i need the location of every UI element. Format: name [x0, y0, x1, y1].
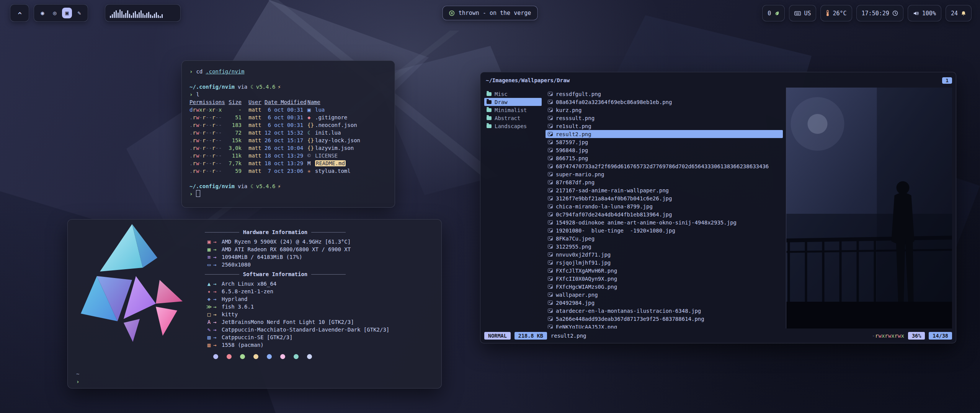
breadcrumb-path: ~/Imagenes/Wallpapers/Draw: [486, 77, 570, 83]
file-row[interactable]: 19201080-__blue-tinge__-1920×1080.jpg: [546, 226, 783, 234]
image-file-icon: [548, 244, 553, 249]
file-row[interactable]: 20492984.jpg: [546, 299, 783, 307]
software-info-row: □→kitty: [205, 311, 431, 318]
temperature-value: 26°C: [833, 10, 846, 17]
bolt-icon: ⚡: [278, 183, 281, 189]
file-size: -: [226, 106, 242, 114]
tab-badge[interactable]: 1: [942, 77, 952, 84]
file-name: ressdfgult.png: [556, 91, 601, 97]
software-icon: ✎: [205, 326, 213, 333]
file-manager-window[interactable]: ~/Imagenes/Wallpapers/Draw 1 Misc Draw M…: [480, 72, 956, 343]
media-player-module[interactable]: thrown - on the verge: [443, 6, 538, 20]
terminal-window[interactable]: ›cd.config/nvim ~/.config/nvimvia☾v5.4.6…: [181, 60, 395, 208]
sidebar-folder-item[interactable]: Draw: [484, 98, 542, 106]
file-row[interactable]: 3122955.png: [546, 242, 783, 250]
keyboard-layout-module[interactable]: US: [789, 5, 816, 21]
system-info-window[interactable]: Hardware Information ▣→AMD Ryzen 9 5900X…: [67, 219, 442, 389]
file-row[interactable]: FXfcHgcWIAMzs0G.png: [546, 283, 783, 291]
arrow-icon: →: [213, 280, 222, 288]
file-row[interactable]: 8FKa7Cu.jpeg: [546, 234, 783, 242]
sidebar-folder-item[interactable]: Abstract: [484, 114, 542, 122]
file-row[interactable]: 68747470733a2f2f696d616765732d7769786d70…: [546, 162, 783, 170]
file-row[interactable]: 596848.jpg: [546, 146, 783, 154]
nvim-icon: ☾: [250, 84, 253, 90]
volume-module[interactable]: 100%: [908, 5, 941, 21]
notifications-module[interactable]: 24: [946, 5, 972, 21]
visualizer-bar: [110, 16, 111, 18]
workspace-button[interactable]: ◎: [50, 8, 60, 18]
filetype-icon: ✳: [307, 167, 315, 175]
file-manager-body: Misc Draw Minimalist Abstract Landscapes…: [484, 88, 952, 328]
file-permissions: -rwxrwxrwx: [872, 333, 904, 339]
file-name: 5a266e448add93deab367d87173e9f25-6837886…: [556, 316, 704, 322]
launcher-button[interactable]: ›: [10, 4, 29, 22]
software-icon: ≫: [205, 303, 213, 311]
file-size: 183: [226, 121, 242, 129]
workspace-button[interactable]: ◉: [38, 8, 47, 18]
prompt-line[interactable]: ›: [189, 190, 387, 198]
file-size: 51: [226, 114, 242, 121]
sidebar-folder-item[interactable]: Landscapes: [484, 122, 542, 130]
top-bar-left: › ◉◎▣✎: [10, 4, 181, 22]
file-row[interactable]: 87r687df.png: [546, 178, 783, 186]
file-row[interactable]: 3126f7e9bbf21a8a4af0b67b041c6e26.jpg: [546, 194, 783, 202]
folder-icon: [487, 108, 492, 112]
visualizer-bar: [139, 12, 140, 18]
file-row[interactable]: rsjqojlmjhf91.jpg: [546, 259, 783, 267]
file-row[interactable]: result2.png: [546, 130, 783, 138]
file-row[interactable]: 217167-sad-anime-rain-wallpaper.png: [546, 186, 783, 194]
image-file-icon: [548, 252, 553, 257]
file-row[interactable]: 587597.jpg: [546, 138, 783, 146]
temperature-module[interactable]: 26°C: [820, 5, 852, 21]
software-icon: ✦: [205, 288, 213, 295]
file-row[interactable]: 866715.png: [546, 154, 783, 162]
visualizer-bar: [116, 10, 117, 18]
visualizer-bar: [150, 15, 151, 18]
file-row[interactable]: atardecer-en-la-montanas-ilustracion-634…: [546, 307, 783, 315]
visualizer-bar: [127, 10, 128, 18]
file-row[interactable]: re1sult.png: [546, 122, 783, 130]
file-row[interactable]: nnvuv0xj2df71.jpg: [546, 250, 783, 259]
workspace-button[interactable]: ▣: [62, 8, 72, 18]
permissions: .rw-r--r--: [189, 144, 226, 152]
file-size: 3,0k: [226, 144, 242, 152]
file-row[interactable]: resssult.png: [546, 114, 783, 122]
command-argument: .config/nvim: [206, 68, 244, 75]
sidebar-folder-item[interactable]: Misc: [484, 90, 542, 98]
hardware-info-row: ▦→AMD ATI Radeon RX 6800/6800 XT / 6900 …: [205, 246, 431, 253]
arrow-icon: →: [213, 326, 222, 333]
clock-module[interactable]: 17:50:29: [856, 5, 903, 21]
file-row[interactable]: FXfcII0X0AQyn9X.png: [546, 275, 783, 283]
file-row[interactable]: chica-mirando-la-luna-8799.jpg: [546, 202, 783, 210]
file-row[interactable]: FXfcJlTXgAMvH6R.png: [546, 267, 783, 275]
arrow-icon: →: [213, 288, 222, 295]
file-row[interactable]: kurz.png: [546, 106, 783, 114]
shell-prompt[interactable]: ~ ›: [76, 370, 79, 385]
file-row[interactable]: 154928-odinokoe_anime-art-anime-okno-sin…: [546, 218, 783, 226]
file-row[interactable]: EeNKYgIUcAAJ5JX.png: [546, 323, 783, 328]
visualizer-bar: [129, 14, 130, 18]
visualizer-bar: [121, 11, 122, 18]
file-name: super-mario.png: [556, 171, 604, 177]
file-name: 596848.jpg: [556, 147, 588, 153]
file-row[interactable]: wallpaper.png: [546, 291, 783, 299]
image-file-icon: [548, 100, 553, 104]
sidebar-folder-item[interactable]: Minimalist: [484, 106, 542, 114]
hardware-icon: ▭: [205, 261, 213, 268]
preview-picture: [786, 88, 952, 328]
updates-module[interactable]: 0: [762, 5, 785, 21]
visualizer-bar: [125, 13, 126, 18]
visualizer-bar: [148, 12, 149, 18]
image-file-icon: [548, 325, 553, 328]
file-row[interactable]: 0c794faf07de24a4db4d4fb1eb813964.jpg: [546, 210, 783, 218]
file-row[interactable]: ressdfgult.png: [546, 90, 783, 98]
workspace-button[interactable]: ✎: [74, 8, 84, 18]
permissions: .rw-r--r--: [189, 129, 226, 137]
image-file-icon: [548, 212, 553, 216]
permissions: drwxr-xr-x: [189, 106, 226, 114]
file-row[interactable]: 08a634fa02a32364f69ebc86a98eb1eb.png: [546, 98, 783, 106]
file-row[interactable]: super-mario.png: [546, 170, 783, 178]
arrow-icon: →: [213, 333, 222, 341]
file-row[interactable]: 5a266e448add93deab367d87173e9f25-6837886…: [546, 315, 783, 323]
visualizer-bar: [137, 14, 138, 18]
